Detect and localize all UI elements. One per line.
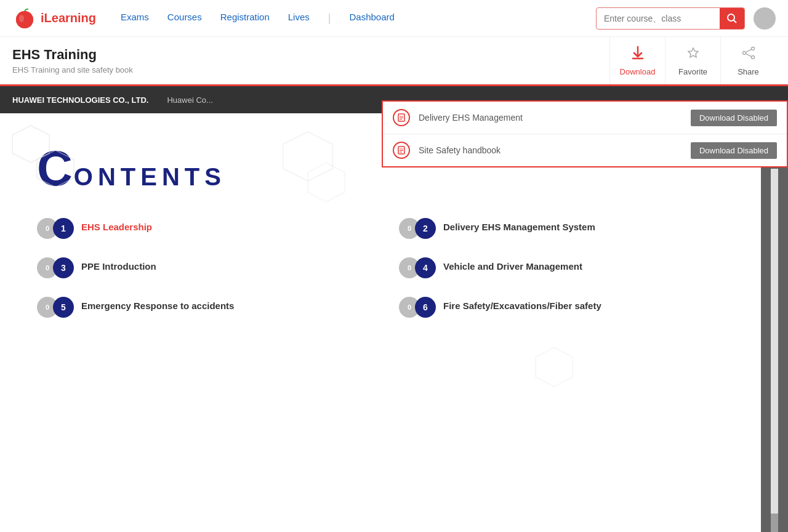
- svg-line-10: [746, 54, 751, 57]
- download-label: Download: [620, 67, 656, 76]
- main-content: C ONTENTS 0 1 EHS Leadership: [0, 113, 788, 532]
- content-label-3: PPE Introduction: [81, 257, 156, 272]
- content-area: C ONTENTS 0 1 EHS Leadership: [0, 113, 761, 532]
- list-item: 0 5 Emergency Response to accidents: [37, 297, 362, 318]
- num-badge-2: 0 2: [399, 218, 436, 239]
- contents-grid: 0 1 EHS Leadership 0 2 Delivery EHS Mana…: [37, 218, 724, 318]
- download-action[interactable]: Download: [609, 37, 665, 84]
- scrollbar-thumb[interactable]: [771, 514, 778, 532]
- logo-text: iLearning: [41, 11, 96, 25]
- download-disabled-btn-2[interactable]: Download Disabled: [691, 142, 777, 159]
- num-badge-3: 0 3: [37, 257, 74, 278]
- page-info: EHS Training EHS Training and site safet…: [12, 37, 609, 84]
- svg-point-2: [19, 15, 24, 22]
- nav-divider: |: [328, 12, 331, 25]
- share-icon: [741, 45, 757, 65]
- nav-lives[interactable]: Lives: [288, 12, 310, 25]
- page-title: EHS Training: [12, 47, 609, 63]
- search-input[interactable]: [597, 14, 720, 23]
- doc-icon-1: [393, 109, 410, 126]
- logo[interactable]: iLearning: [12, 6, 96, 31]
- nav-dashboard[interactable]: Dashboard: [349, 12, 394, 25]
- num-dark-3: 3: [53, 257, 74, 278]
- download-dropdown: Delivery EHS Management Download Disable…: [382, 100, 788, 167]
- download-disabled-btn-1[interactable]: Download Disabled: [691, 110, 777, 126]
- num-dark-1: 1: [53, 218, 74, 239]
- list-item: 0 1 EHS Leadership: [37, 218, 362, 239]
- num-dark-5: 5: [53, 297, 74, 318]
- svg-line-9: [746, 49, 751, 52]
- contents-c: C: [37, 144, 73, 193]
- list-item: 0 2 Delivery EHS Management System: [399, 218, 724, 239]
- search-icon: [726, 13, 738, 24]
- svg-line-4: [734, 20, 737, 23]
- nav-courses[interactable]: Courses: [167, 12, 202, 25]
- favorite-icon: [685, 45, 701, 65]
- svg-point-3: [728, 14, 734, 21]
- svg-point-8: [751, 56, 754, 59]
- content-label-2: Delivery EHS Management System: [443, 218, 595, 232]
- toolbar-actions: Download Favorite Share: [609, 37, 776, 84]
- share-action[interactable]: Share: [720, 37, 776, 84]
- favorite-action[interactable]: Favorite: [665, 37, 720, 84]
- num-badge-5: 0 5: [37, 297, 74, 318]
- main-nav: Exams Courses Registration Lives | Dashb…: [121, 12, 596, 25]
- download-item-2: Site Safety handbook Download Disabled: [383, 134, 787, 166]
- download-item-1: Delivery EHS Management Download Disable…: [383, 102, 787, 134]
- doc-icon-2: [393, 142, 410, 159]
- avatar[interactable]: [754, 7, 776, 30]
- content-label-6: Fire Safety/Excavations/Fiber safety: [443, 297, 601, 311]
- content-label-5: Emergency Response to accidents: [81, 297, 234, 311]
- content-label-1: EHS Leadership: [81, 218, 152, 232]
- favorite-label: Favorite: [678, 67, 707, 76]
- num-dark-2: 2: [415, 218, 436, 239]
- page-subtitle: EHS Training and site safety book: [12, 65, 609, 75]
- scrollbar-track[interactable]: [771, 169, 778, 532]
- num-badge-1: 0 1: [37, 218, 74, 239]
- nav-registration[interactable]: Registration: [220, 12, 270, 25]
- content-label-4: Vehicle and Driver Management: [443, 257, 582, 272]
- header: iLearning Exams Courses Registration Liv…: [0, 0, 788, 37]
- num-dark-6: 6: [415, 297, 436, 318]
- download-item-1-label: Delivery EHS Management: [419, 113, 691, 123]
- page-toolbar: EHS Training EHS Training and site safet…: [0, 37, 788, 86]
- search-area: [596, 7, 745, 30]
- svg-point-7: [742, 52, 746, 55]
- nav-exams[interactable]: Exams: [121, 12, 149, 25]
- contents-rest: ONTENTS: [74, 163, 226, 191]
- list-item: 0 6 Fire Safety/Excavations/Fiber safety: [399, 297, 724, 318]
- list-item: 0 3 PPE Introduction: [37, 257, 362, 278]
- num-badge-6: 0 6: [399, 297, 436, 318]
- download-icon: [630, 45, 646, 65]
- num-dark-4: 4: [415, 257, 436, 278]
- company-sub: Huawei Co...: [167, 95, 212, 105]
- svg-point-1: [16, 11, 33, 28]
- svg-point-6: [751, 47, 754, 50]
- svg-marker-23: [536, 347, 573, 387]
- download-item-2-label: Site Safety handbook: [419, 145, 691, 155]
- num-badge-4: 0 4: [399, 257, 436, 278]
- share-label: Share: [738, 67, 759, 76]
- book-page: C ONTENTS 0 1 EHS Leadership: [0, 113, 761, 532]
- list-item: 0 4 Vehicle and Driver Management: [399, 257, 724, 278]
- right-sidebar: [761, 113, 788, 532]
- company-name: HUAWEI TECHNOLOGIES CO., LTD.: [12, 95, 148, 105]
- search-button[interactable]: [720, 7, 744, 30]
- logo-icon: [12, 6, 37, 31]
- contents-section: C ONTENTS 0 1 EHS Leadership: [37, 144, 724, 318]
